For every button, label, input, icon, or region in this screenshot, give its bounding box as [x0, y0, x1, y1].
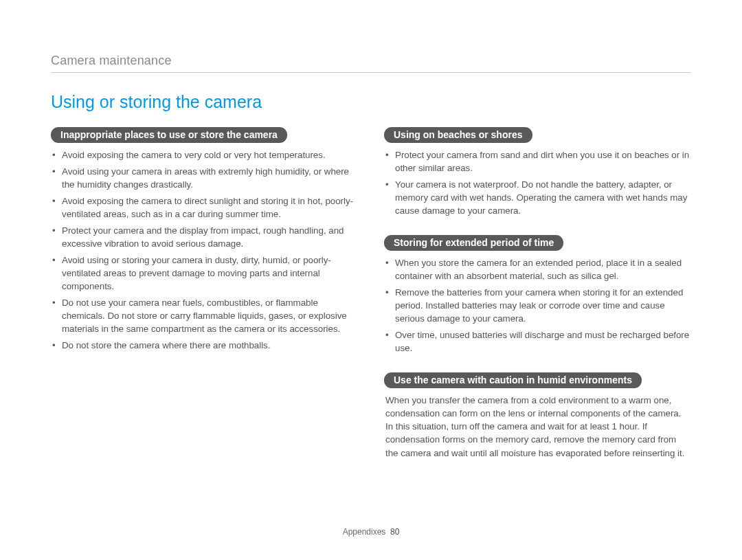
content-columns: Inappropriate places to use or store the… — [51, 127, 691, 478]
list-item: Remove the batteries from your camera wh… — [385, 286, 691, 325]
list-item: Avoid exposing the camera to very cold o… — [52, 148, 358, 161]
list-item: Avoid using your camera in areas with ex… — [52, 165, 358, 191]
list-item: Avoid exposing the camera to direct sunl… — [52, 194, 358, 221]
footer-section: Appendixes — [343, 527, 386, 537]
list-item: Over time, unused batteries will dischar… — [385, 328, 691, 355]
list-item: Do not store the camera where there are … — [52, 339, 358, 352]
divider — [51, 72, 691, 73]
paragraph-humid: When you transfer the camera from a cold… — [384, 394, 691, 459]
left-column: Inappropriate places to use or store the… — [51, 127, 358, 478]
section-pill-storing: Storing for extended period of time — [384, 235, 563, 251]
list-item: Avoid using or storing your camera in du… — [52, 254, 358, 293]
right-column: Using on beaches or shores Protect your … — [384, 127, 691, 478]
list-item: Protect your camera from sand and dirt w… — [385, 148, 691, 175]
list-item: Your camera is not waterproof. Do not ha… — [385, 178, 691, 217]
breadcrumb: Camera maintenance — [51, 54, 691, 68]
page-heading: Using or storing the camera — [51, 92, 691, 112]
list-inappropriate-places: Avoid exposing the camera to very cold o… — [51, 148, 358, 352]
section-pill-beaches: Using on beaches or shores — [384, 127, 532, 143]
list-item: Do not use your camera near fuels, combu… — [52, 296, 358, 335]
section-pill-inappropriate-places: Inappropriate places to use or store the… — [51, 127, 287, 143]
list-item: Protect your camera and the display from… — [52, 224, 358, 250]
section-pill-humid: Use the camera with caution in humid env… — [384, 372, 642, 388]
list-item: When you store the camera for an extende… — [385, 256, 691, 282]
page-number: 80 — [390, 527, 399, 537]
list-storing: When you store the camera for an extende… — [384, 256, 691, 355]
list-beaches: Protect your camera from sand and dirt w… — [384, 148, 691, 217]
page-footer: Appendixes 80 — [0, 527, 742, 537]
